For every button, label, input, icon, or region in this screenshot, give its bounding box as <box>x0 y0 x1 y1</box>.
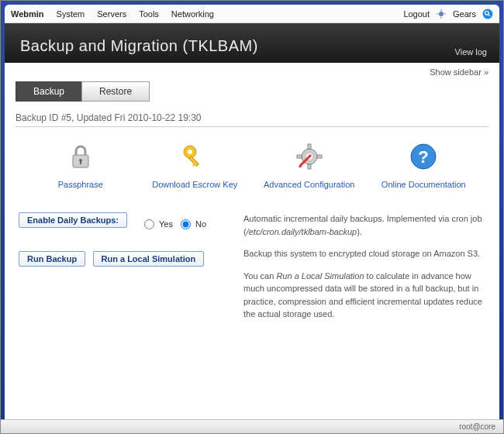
tab-backup[interactable]: Backup <box>16 81 82 102</box>
menubar-brand[interactable]: Webmin <box>11 9 44 19</box>
sidebar-toggle-bar: Show sidebar » <box>5 63 499 78</box>
logout-link[interactable]: Logout <box>403 9 430 19</box>
menubar-tools[interactable]: Tools <box>139 9 159 19</box>
advanced-config-card[interactable]: Advanced Configuration <box>255 141 364 189</box>
menubar-system[interactable]: System <box>57 9 85 19</box>
page-header: Backup and Migration (TKLBAM) View log <box>5 23 499 63</box>
content-area: Backup Restore Backup ID #5, Updated Fri… <box>5 78 499 429</box>
svg-text:?: ? <box>419 147 429 167</box>
docs-label: Online Documentation <box>381 180 466 189</box>
gears-link[interactable]: Gears <box>453 9 476 19</box>
icon-row: Passphrase Download Escrow Key Advanced … <box>23 141 481 189</box>
yes-label: Yes <box>159 219 173 229</box>
search-icon[interactable] <box>482 9 493 19</box>
svg-point-5 <box>483 9 493 19</box>
svg-point-0 <box>439 12 444 16</box>
passphrase-label: Passphrase <box>58 180 103 189</box>
menubar: Webmin System Servers Tools Networking L… <box>5 5 499 23</box>
footer-user: root@core <box>459 422 495 429</box>
run-simulation-button[interactable]: Run a Local Simulation <box>93 251 205 267</box>
tab-restore[interactable]: Restore <box>81 81 150 102</box>
no-label: No <box>195 219 206 229</box>
page-title: Backup and Migration (TKLBAM) <box>20 37 484 55</box>
tabs: Backup Restore <box>16 81 488 102</box>
backup-status-line: Backup ID #5, Updated Fri 2010-10-22 19:… <box>16 108 488 127</box>
menubar-networking[interactable]: Networking <box>171 9 214 19</box>
gear-icon <box>436 9 447 19</box>
run-backup-button[interactable]: Run Backup <box>19 251 85 267</box>
enable-daily-backups-label: Enable Daily Backups: <box>19 212 127 228</box>
svg-rect-18 <box>308 164 311 169</box>
svg-rect-19 <box>297 155 302 158</box>
svg-rect-10 <box>80 161 81 164</box>
description-text: Automatic incremental daily backups. Imp… <box>243 212 485 330</box>
svg-rect-17 <box>308 144 311 149</box>
gear-config-icon <box>294 141 325 172</box>
advanced-label: Advanced Configuration <box>264 180 354 189</box>
daily-yes-radio[interactable] <box>144 219 154 229</box>
key-icon <box>179 141 210 172</box>
menubar-servers[interactable]: Servers <box>97 9 126 19</box>
view-log-link[interactable]: View log <box>455 47 487 57</box>
form-area: Enable Daily Backups: Yes No Run Backup … <box>19 212 485 330</box>
help-icon: ? <box>408 141 439 172</box>
footer: root@core <box>5 419 499 429</box>
daily-no-radio[interactable] <box>181 219 191 229</box>
show-sidebar-link[interactable]: Show sidebar » <box>430 67 488 77</box>
escrow-label: Download Escrow Key <box>152 180 237 189</box>
svg-point-12 <box>188 150 192 154</box>
lock-icon <box>65 141 96 172</box>
docs-card[interactable]: ? Online Documentation <box>369 141 478 189</box>
daily-backup-radios: Yes No <box>140 219 206 229</box>
passphrase-card[interactable]: Passphrase <box>26 141 135 189</box>
escrow-key-card[interactable]: Download Escrow Key <box>140 141 249 189</box>
svg-rect-20 <box>317 155 322 158</box>
